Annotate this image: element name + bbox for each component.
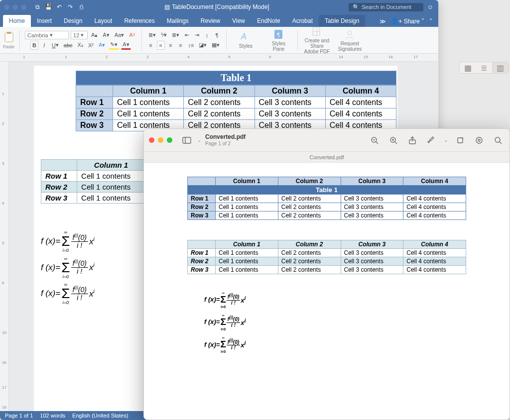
- svg-rect-7: [183, 137, 191, 143]
- preview-window: ⌄ Converted.pdf Page 1 of 2 ⌄ Converted.…: [143, 128, 510, 420]
- chevron-down-icon[interactable]: ⌄: [197, 137, 201, 143]
- preview-titlebar: ⌄ Converted.pdf Page 1 of 2 ⌄: [144, 129, 510, 152]
- subscript-button[interactable]: X₂: [76, 41, 85, 50]
- tab-design[interactable]: Design: [58, 15, 88, 27]
- text-effects-icon[interactable]: A▾: [97, 41, 107, 50]
- align-right-icon[interactable]: ≡: [167, 41, 175, 50]
- save-icon[interactable]: 💾: [44, 3, 52, 11]
- zoom-in-icon[interactable]: [387, 134, 400, 147]
- window-controls[interactable]: [4, 4, 26, 10]
- rotate-icon[interactable]: [454, 134, 467, 147]
- font-color-icon[interactable]: A▾: [121, 41, 130, 50]
- tab-mailings[interactable]: Mailings: [161, 15, 195, 27]
- svg-point-20: [495, 137, 500, 142]
- font-name-dropdown[interactable]: Cambria▾: [25, 31, 69, 39]
- undo-icon[interactable]: ↶: [55, 3, 63, 11]
- preview-window-controls[interactable]: [149, 137, 172, 143]
- indent-left-icon[interactable]: ⇤: [183, 31, 191, 40]
- request-signatures-button[interactable]: Request Signatures: [336, 29, 364, 52]
- pdf-table2: Column 1Column 2Column 3Column 4 Row 1Ce…: [187, 240, 466, 274]
- share-button[interactable]: 👤+ Share ˅: [391, 18, 424, 25]
- align-left-icon[interactable]: ≡: [147, 41, 155, 50]
- clipboard-icon: [3, 31, 14, 43]
- svg-rect-0: [5, 33, 13, 42]
- borders-icon[interactable]: ▦▾: [210, 41, 221, 50]
- svg-point-18: [476, 137, 482, 143]
- sort-icon[interactable]: ↕: [203, 31, 211, 40]
- tab-insert[interactable]: Insert: [31, 15, 58, 27]
- tab-review[interactable]: Review: [195, 15, 226, 27]
- markup-icon[interactable]: [425, 134, 438, 147]
- sidebar-toggle-icon[interactable]: [180, 134, 193, 147]
- print-icon[interactable]: ⎙: [77, 3, 85, 11]
- search-input[interactable]: 🔍 Search in Document: [349, 3, 423, 11]
- line-spacing-icon[interactable]: ↕≡: [187, 41, 196, 50]
- styles-pane-button[interactable]: ¶ Styles Pane: [264, 29, 292, 52]
- tab-table-design[interactable]: Table Design: [319, 15, 365, 27]
- tab-home[interactable]: Home: [3, 15, 31, 27]
- svg-rect-17: [458, 138, 463, 143]
- search-icon: 🔍: [353, 4, 360, 10]
- styles-button[interactable]: A Styles: [232, 31, 259, 49]
- smiley-icon[interactable]: ☺: [426, 3, 434, 11]
- grid-view-icon[interactable]: ▦: [460, 62, 476, 73]
- ribbon-tabs: Home Insert Design Layout References Mai…: [0, 14, 438, 27]
- multilevel-icon[interactable]: ≣▾: [170, 31, 181, 40]
- preview-tab[interactable]: Converted.pdf: [144, 152, 510, 163]
- adobe-pdf-button[interactable]: Create and Share Adobe PDF: [303, 26, 331, 54]
- grow-font-icon[interactable]: A▴: [90, 31, 99, 40]
- indent-right-icon[interactable]: ⇥: [193, 31, 201, 40]
- shading-icon[interactable]: ◪▾: [197, 41, 208, 50]
- pdf-table1: Table 1 Column 1Column 2Column 3Column 4…: [187, 177, 466, 220]
- clear-format-icon[interactable]: Aᵡ: [128, 31, 136, 40]
- font-size-dropdown[interactable]: 12▾: [71, 31, 88, 39]
- strike-button[interactable]: abc: [62, 41, 74, 50]
- share-icon[interactable]: [406, 134, 419, 147]
- overflow-icon[interactable]: ≫: [380, 18, 386, 25]
- word-count[interactable]: 102 words: [40, 413, 65, 419]
- column-view-icon[interactable]: ▥: [492, 62, 509, 73]
- paste-label: Paste: [3, 44, 14, 49]
- preview-filename: Converted.pdf: [205, 134, 246, 141]
- highlight-icon[interactable]: ✎▾: [109, 41, 119, 50]
- table2[interactable]: Column 1 Row 1Cell 1 contents Row 2Cell …: [41, 159, 145, 204]
- tab-acrobat[interactable]: Acrobat: [286, 15, 319, 27]
- superscript-button[interactable]: X²: [87, 41, 95, 50]
- svg-line-21: [500, 142, 502, 144]
- align-center-icon[interactable]: ≡: [157, 41, 165, 50]
- list-view-icon[interactable]: ≣: [476, 62, 492, 73]
- chevron-down-icon-2[interactable]: ⌄: [444, 137, 448, 143]
- preview-canvas[interactable]: Table 1 Column 1Column 2Column 3Column 4…: [144, 163, 510, 420]
- table1[interactable]: Column 1Column 2 Column 3Column 4 Row 1C…: [76, 85, 396, 131]
- change-case-icon[interactable]: Aa▾: [113, 31, 126, 40]
- collapse-ribbon-icon[interactable]: ˄: [429, 18, 432, 25]
- tab-references[interactable]: References: [118, 15, 160, 27]
- paste-group[interactable]: Paste: [3, 31, 14, 49]
- title-text: TableDocument [Compatibility Mode]: [172, 3, 269, 10]
- zoom-out-icon[interactable]: [368, 134, 381, 147]
- search-icon[interactable]: [492, 134, 505, 147]
- redo-icon[interactable]: ↷: [66, 3, 74, 11]
- highlight-icon[interactable]: [473, 134, 486, 147]
- table1-title: Table 1: [76, 71, 396, 85]
- horizontal-ruler[interactable]: 1 1 2 3 4 5 6 14 15 16 17: [0, 54, 438, 62]
- pdf-equation-2: f (x)=∞Σi=0 f(i)(0)i !xi: [204, 315, 466, 328]
- ribbon: Paste Cambria▾ 12▾ A▴ A▾ Aa▾ Aᵡ B I U▾ a…: [0, 27, 438, 54]
- doc-icon: ▤: [164, 3, 170, 10]
- tab-view[interactable]: View: [226, 15, 251, 27]
- numbering-icon[interactable]: ⅟▾: [159, 31, 168, 40]
- shrink-font-icon[interactable]: A▾: [101, 31, 111, 40]
- page-indicator[interactable]: Page 1 of 1: [5, 413, 33, 419]
- pilcrow-icon[interactable]: ¶: [213, 31, 221, 40]
- justify-icon[interactable]: ≡: [177, 41, 185, 50]
- italic-button[interactable]: I: [40, 41, 48, 50]
- underline-button[interactable]: U▾: [50, 41, 60, 50]
- bold-button[interactable]: B: [30, 41, 38, 50]
- language-indicator[interactable]: English (United States): [72, 413, 128, 419]
- autosave-icon[interactable]: ⧉: [33, 3, 41, 11]
- tab-layout[interactable]: Layout: [88, 15, 118, 27]
- bullets-icon[interactable]: ≣▾: [147, 31, 157, 40]
- tab-endnote[interactable]: EndNote: [251, 15, 286, 27]
- vertical-ruler[interactable]: 1 2 3 4 5 6 10 16 17 18: [0, 62, 9, 411]
- background-view-toggle[interactable]: ▦ ≣ ▥: [459, 62, 509, 74]
